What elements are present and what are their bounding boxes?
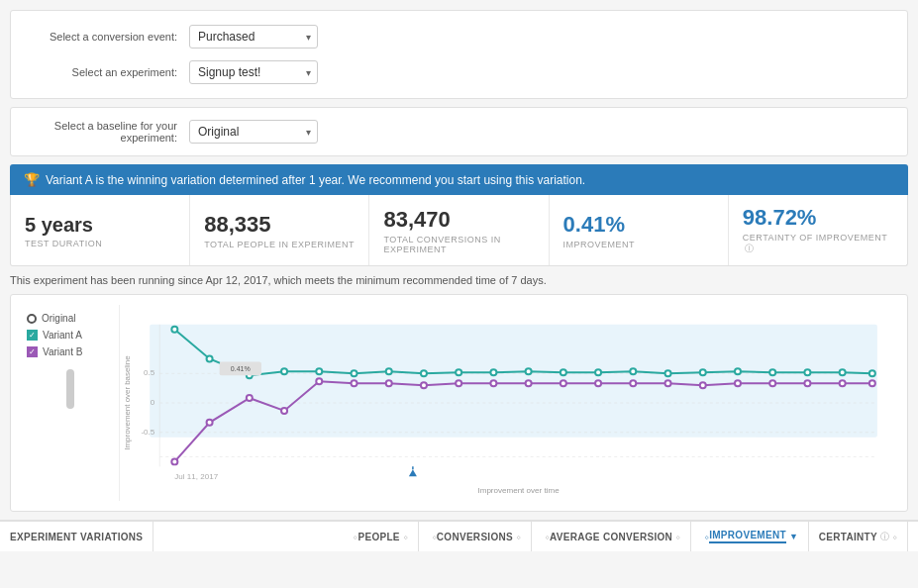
svg-point-21 xyxy=(561,370,566,376)
metric-total-conversions: 83,470 TOTAL CONVERSIONS IN EXPERIMENT xyxy=(369,195,549,265)
legend-variant-a-checkbox: ✓ xyxy=(27,330,38,341)
legend-panel: Original ✓ Variant A ✓ Variant B xyxy=(21,305,120,501)
improvement-sort-arrow: ▼ xyxy=(789,532,798,541)
svg-point-45 xyxy=(665,381,671,387)
legend-variant-b-checkbox: ✓ xyxy=(27,346,38,357)
conversions-label: CONVERSIONS xyxy=(437,532,513,542)
baseline-panel: Select a baseline for your experiment: O… xyxy=(10,107,908,156)
chart-area: Improvement over baseline 0.5 0 -0.5 xyxy=(120,305,897,501)
svg-point-36 xyxy=(351,381,357,387)
svg-point-29 xyxy=(840,370,846,376)
svg-point-24 xyxy=(665,371,671,377)
metric-total-people: 88,335 TOTAL PEOPLE IN EXPERIMENT xyxy=(190,195,369,265)
legend-original-label: Original xyxy=(42,313,75,324)
legend-variant-b-label: Variant B xyxy=(43,346,82,357)
svg-point-44 xyxy=(630,381,636,387)
svg-text:0: 0 xyxy=(151,398,155,407)
baseline-select[interactable]: Original xyxy=(189,120,318,144)
experiment-select[interactable]: Signup test! xyxy=(189,60,318,84)
avg-conversion-label: AVERAGE CONVERSION xyxy=(550,532,672,542)
experiment-variations-label: EXPERIMENT VARIATIONS xyxy=(10,532,143,542)
metric-certainty-label: CERTAINTY OF IMPROVEMENT ⓘ xyxy=(743,233,893,255)
svg-point-15 xyxy=(351,371,357,377)
experiment-label: Select an experiment: xyxy=(31,66,189,78)
svg-point-48 xyxy=(769,381,775,387)
certainty-info-icon[interactable]: ⓘ xyxy=(745,244,755,253)
svg-point-22 xyxy=(595,370,601,376)
bottom-bar: EXPERIMENT VARIATIONS ⬦ PEOPLE ⬦ ⬦ CONVE… xyxy=(0,520,918,551)
top-panel: Select a conversion event: Purchased Sel… xyxy=(10,10,908,99)
svg-point-42 xyxy=(561,381,566,387)
svg-point-23 xyxy=(630,369,636,375)
svg-point-33 xyxy=(247,395,253,401)
bottom-bar-certainty[interactable]: CERTAINTY ⓘ ⬦ xyxy=(809,522,908,551)
conversion-event-label: Select a conversion event: xyxy=(31,31,189,43)
conversion-event-select-wrapper[interactable]: Purchased xyxy=(189,25,318,49)
svg-point-18 xyxy=(456,370,461,376)
winning-banner-text: Variant A is the winning variation deter… xyxy=(46,173,585,187)
legend-original: Original xyxy=(27,313,113,324)
people-label: PEOPLE xyxy=(357,532,399,542)
certainty-label: CERTAINTY xyxy=(819,532,877,542)
svg-marker-52 xyxy=(409,470,417,477)
svg-point-46 xyxy=(700,383,706,389)
svg-point-30 xyxy=(869,371,875,377)
svg-point-43 xyxy=(595,381,601,387)
svg-point-38 xyxy=(421,383,427,389)
metrics-panel: 5 years TEST DURATION 88,335 TOTAL PEOPL… xyxy=(10,195,908,266)
metric-total-conversions-label: TOTAL CONVERSIONS IN EXPERIMENT xyxy=(383,235,534,254)
svg-point-13 xyxy=(281,369,287,375)
svg-point-50 xyxy=(840,381,846,387)
metric-improvement-label: IMPROVEMENT xyxy=(563,240,714,249)
svg-text:-0.5: -0.5 xyxy=(141,428,154,437)
svg-text:0.5: 0.5 xyxy=(144,369,155,378)
bottom-bar-average-conversion[interactable]: ⬦ AVERAGE CONVERSION ⬦ xyxy=(532,522,691,551)
svg-point-26 xyxy=(735,369,741,375)
svg-point-20 xyxy=(526,369,532,375)
metric-total-conversions-value: 83,470 xyxy=(383,207,534,233)
experiment-row: Select an experiment: Signup test! xyxy=(31,60,887,84)
svg-point-41 xyxy=(526,381,532,387)
svg-point-31 xyxy=(171,459,177,465)
svg-text:0.41%: 0.41% xyxy=(231,366,251,373)
baseline-row: Select a baseline for your experiment: O… xyxy=(31,120,887,144)
svg-point-19 xyxy=(490,370,496,376)
svg-point-39 xyxy=(456,381,461,387)
svg-point-32 xyxy=(207,420,213,426)
winning-banner: 🏆 Variant A is the winning variation det… xyxy=(10,164,908,195)
svg-point-10 xyxy=(171,327,177,333)
svg-point-11 xyxy=(207,356,213,362)
svg-text:Improvement over time: Improvement over time xyxy=(477,487,560,496)
svg-point-28 xyxy=(804,370,810,376)
legend-variant-b[interactable]: ✓ Variant B xyxy=(27,346,113,357)
svg-point-40 xyxy=(490,381,496,387)
bottom-bar-experiment-variations[interactable]: EXPERIMENT VARIATIONS xyxy=(10,522,153,551)
svg-point-47 xyxy=(735,381,741,387)
svg-point-37 xyxy=(386,381,392,387)
metric-duration-label: TEST DURATION xyxy=(25,239,175,248)
metric-total-people-label: TOTAL PEOPLE IN EXPERIMENT xyxy=(204,240,355,249)
svg-point-49 xyxy=(804,381,810,387)
bottom-bar-conversions[interactable]: ⬦ CONVERSIONS ⬦ xyxy=(419,522,532,551)
conversion-event-select[interactable]: Purchased xyxy=(189,25,318,49)
bottom-bar-people[interactable]: ⬦ PEOPLE ⬦ xyxy=(340,522,418,551)
metric-certainty: 98.72% CERTAINTY OF IMPROVEMENT ⓘ xyxy=(729,195,907,265)
svg-text:Improvement over baseline: Improvement over baseline xyxy=(123,355,132,450)
certainty-sort-arrow: ⬦ xyxy=(892,532,897,541)
bottom-bar-improvement[interactable]: ⬦ IMPROVEMENT ▼ xyxy=(691,522,809,551)
experiment-select-wrapper[interactable]: Signup test! xyxy=(189,60,318,84)
conversions-sort-arrow: ⬦ xyxy=(516,532,521,541)
chart-svg: Improvement over baseline 0.5 0 -0.5 xyxy=(120,305,897,501)
improvement-label: IMPROVEMENT xyxy=(709,530,786,543)
svg-rect-0 xyxy=(150,325,877,438)
scroll-handle[interactable] xyxy=(66,369,74,409)
baseline-select-wrapper[interactable]: Original xyxy=(189,120,318,144)
baseline-label: Select a baseline for your experiment: xyxy=(31,120,189,144)
info-text: This experiment has been running since A… xyxy=(10,274,908,286)
metric-certainty-value: 98.72% xyxy=(743,205,893,231)
people-sort-arrow: ⬦ xyxy=(403,532,408,541)
legend-variant-a-label: Variant A xyxy=(43,330,82,341)
svg-point-35 xyxy=(316,379,322,385)
svg-point-27 xyxy=(769,370,775,376)
legend-variant-a[interactable]: ✓ Variant A xyxy=(27,330,113,341)
